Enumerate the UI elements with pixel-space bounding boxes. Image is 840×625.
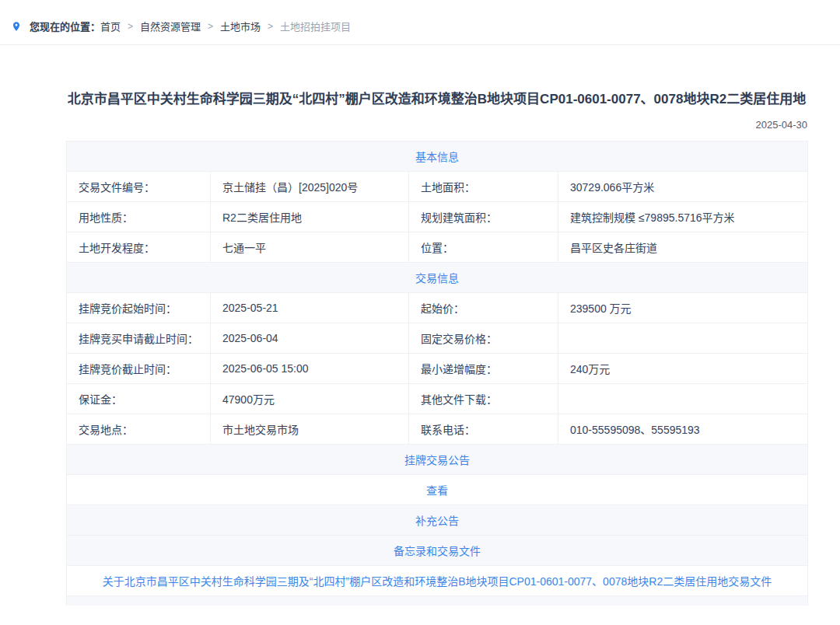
listing-start-time-value: 2025-05-21 xyxy=(211,293,409,323)
land-area-value: 30729.066平方米 xyxy=(558,172,808,202)
table-row: 交易地点： 市土地交易市场 联系电话： 010-55595098、5559519… xyxy=(67,414,808,445)
breadcrumb-separator: > xyxy=(128,21,133,32)
listing-start-time-label: 挂牌竞价起始时间： xyxy=(67,293,211,323)
deposit-value: 47900万元 xyxy=(211,384,409,414)
table-row: 土地开发程度： 七通一平 位置： 昌平区史各庄街道 xyxy=(67,232,808,263)
section-transaction-info: 交易信息 xyxy=(67,263,808,293)
table-row: 交易文件编号： 京土储挂（昌）[2025]020号 土地面积： 30729.06… xyxy=(67,172,808,202)
breadcrumb-land-market[interactable]: 土地市场 xyxy=(220,19,261,33)
section-supplementary-announcement: 补充公告 xyxy=(67,505,808,536)
land-use-value: R2二类居住用地 xyxy=(211,202,409,232)
min-increment-label: 最小递增幅度： xyxy=(409,354,558,384)
table-row: 补充公告 xyxy=(67,505,808,536)
location-pin-icon xyxy=(11,19,22,33)
application-deadline-value: 2025-06-04 xyxy=(211,323,409,354)
section-basic-info: 基本信息 xyxy=(67,141,808,172)
section-listing-announcement: 挂牌交易公告 xyxy=(67,445,808,475)
location-label: 位置： xyxy=(409,232,558,263)
breadcrumb-separator: > xyxy=(208,21,213,32)
breadcrumb: 您现在的位置： 首页 > 自然资源管理 > 土地市场 > 土地招拍挂项目 xyxy=(0,0,840,44)
application-deadline-label: 挂牌竞买申请截止时间： xyxy=(67,323,211,354)
venue-label: 交易地点： xyxy=(67,414,211,445)
main-content: 北京市昌平区中关村生命科学园三期及“北四村”棚户区改造和环境整治B地块项目CP0… xyxy=(66,89,807,606)
transaction-file-link[interactable]: 关于北京市昌平区中关村生命科学园三期及“北四村”棚户区改造和环境整治B地块项目C… xyxy=(103,575,772,588)
publish-date: 2025-04-30 xyxy=(66,119,807,131)
table-row: 保证金： 47900万元 其他文件下载： xyxy=(67,384,808,414)
other-files-label: 其他文件下载： xyxy=(409,384,558,414)
header-divider xyxy=(0,44,840,45)
location-value: 昌平区史各庄街道 xyxy=(558,232,808,263)
section-partial-row xyxy=(67,596,808,606)
table-row: 基本信息 xyxy=(67,141,808,172)
table-row: 备忘录和交易文件 xyxy=(67,536,808,566)
page-title: 北京市昌平区中关村生命科学园三期及“北四村”棚户区改造和环境整治B地块项目CP0… xyxy=(66,89,807,110)
development-degree-label: 土地开发程度： xyxy=(67,232,211,263)
starting-price-value: 239500 万元 xyxy=(558,293,808,323)
table-row: 交易信息 xyxy=(67,263,808,293)
other-files-value xyxy=(558,384,808,414)
min-increment-value: 240万元 xyxy=(558,354,808,384)
table-row: 用地性质： R2二类居住用地 规划建筑面积： 建筑控制规模 ≤79895.571… xyxy=(67,202,808,232)
doc-number-value: 京土储挂（昌）[2025]020号 xyxy=(211,172,409,202)
section-memo-and-files: 备忘录和交易文件 xyxy=(67,536,808,566)
land-detail-table: 基本信息 交易文件编号： 京土储挂（昌）[2025]020号 土地面积： 307… xyxy=(66,141,808,606)
breadcrumb-home[interactable]: 首页 xyxy=(100,19,121,33)
table-row xyxy=(67,596,808,606)
bidding-deadline-value: 2025-06-05 15:00 xyxy=(211,354,409,384)
fixed-price-label: 固定交易价格： xyxy=(409,323,558,354)
table-row: 挂牌竞价起始时间： 2025-05-21 起始价： 239500 万元 xyxy=(67,293,808,323)
contact-phone-value: 010-55595098、55595193 xyxy=(558,414,808,445)
development-degree-value: 七通一平 xyxy=(211,232,409,263)
breadcrumb-natural-resources[interactable]: 自然资源管理 xyxy=(140,19,201,33)
contact-phone-label: 联系电话： xyxy=(409,414,558,445)
land-area-label: 土地面积： xyxy=(409,172,558,202)
table-row: 挂牌竞买申请截止时间： 2025-06-04 固定交易价格： xyxy=(67,323,808,354)
bidding-deadline-label: 挂牌竞价截止时间： xyxy=(67,354,211,384)
breadcrumb-current-page: 土地招拍挂项目 xyxy=(280,19,351,33)
doc-number-label: 交易文件编号： xyxy=(67,172,211,202)
table-row: 查看 xyxy=(67,475,808,505)
starting-price-label: 起始价： xyxy=(409,293,558,323)
planned-floor-area-label: 规划建筑面积： xyxy=(409,202,558,232)
table-row: 关于北京市昌平区中关村生命科学园三期及“北四村”棚户区改造和环境整治B地块项目C… xyxy=(67,566,808,596)
deposit-label: 保证金： xyxy=(67,384,211,414)
venue-value: 市土地交易市场 xyxy=(211,414,409,445)
view-link[interactable]: 查看 xyxy=(426,484,448,497)
breadcrumb-separator: > xyxy=(268,21,273,32)
land-use-label: 用地性质： xyxy=(67,202,211,232)
table-row: 挂牌交易公告 xyxy=(67,445,808,475)
planned-floor-area-value: 建筑控制规模 ≤79895.5716平方米 xyxy=(558,202,808,232)
breadcrumb-label: 您现在的位置： xyxy=(30,19,100,33)
fixed-price-value xyxy=(558,323,808,354)
table-row: 挂牌竞价截止时间： 2025-06-05 15:00 最小递增幅度： 240万元 xyxy=(67,354,808,384)
